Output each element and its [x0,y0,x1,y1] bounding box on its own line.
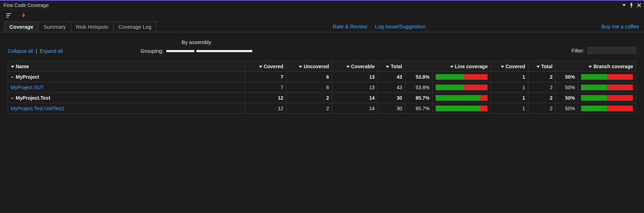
coverage-bar-covered [436,106,480,111]
col-coverable-label: Coverable [351,64,375,69]
branch-pct-cell: 50% [556,82,578,93]
coverage-bar [581,84,633,91]
branch-bar-cell [578,93,636,103]
grouping-mode-label: By assembly [140,39,252,45]
header-row: Name Covered Uncovered Coverable Total L… [8,61,636,72]
branch-covered-cell: 1 [491,93,528,103]
assembly-name: MyProject [16,74,39,80]
total-cell: 43 [378,82,405,93]
coverage-bar-uncovered [464,85,487,90]
coverage-bar [435,84,487,91]
col-name[interactable]: Name [8,61,245,72]
close-icon[interactable] [637,3,641,7]
coverage-bar-uncovered [480,95,487,101]
branch-covered-cell: 1 [491,82,528,93]
log-issue-link[interactable]: Log Issue/Suggestion [375,23,425,29]
col-branch-total[interactable]: Total [528,61,555,72]
coverage-bar-covered [581,95,607,101]
branch-covered-cell: 1 [491,72,528,82]
uncovered-cell: 6 [286,82,332,93]
col-total[interactable]: Total [378,61,405,72]
col-total-label: Total [391,64,402,69]
expand-collapse-controls: Collapse all | Expand all [8,40,140,54]
tab-coverage-log[interactable]: Coverage Log [114,22,156,31]
grouping-label: Grouping: [140,48,164,54]
filter-input[interactable] [587,47,636,54]
branch-pct-cell: 50% [556,103,578,114]
slider-track-left[interactable] [166,50,194,52]
line-pct-cell: 85.7% [405,93,432,103]
coverage-bar-uncovered [607,74,633,80]
line-pct-cell: 53.8% [405,82,432,93]
covered-cell: 12 [245,103,286,114]
window-options-dropdown-icon[interactable] [622,4,626,6]
assembly-name: MyProject.Test [16,95,50,101]
branch-total-cell: 2 [528,82,555,93]
slider-track-right[interactable] [196,50,252,52]
tab-summary[interactable]: Summary [38,22,71,31]
col-branch-total-label: Total [541,64,552,69]
coverage-bar [581,74,633,80]
right-link: Buy me a coffee [601,23,639,29]
coverage-tool-icon[interactable] [6,12,13,19]
sort-icon [299,66,302,68]
coverage-bar-covered [436,74,463,80]
svg-rect-0 [6,13,11,14]
col-branch-covered-label: Covered [506,64,525,69]
coverage-bar [581,95,633,101]
tab-risk-hotspots[interactable]: Risk Hotspots [71,22,114,31]
coverage-bar-covered [581,106,607,111]
branch-pct-cell: 50% [556,93,578,103]
coverage-bar [581,105,633,112]
tab-coverage[interactable]: Coverage [5,22,38,31]
col-name-label: Name [16,64,29,69]
rate-review-link[interactable]: Rate & Review [333,23,367,29]
col-branch-covered[interactable]: Covered [491,61,528,72]
branch-pct-cell: 50% [556,72,578,82]
window-title-bar: Fine Code Coverage [0,1,644,10]
collapse-all-link[interactable]: Collapse all [8,48,33,54]
col-uncovered[interactable]: Uncovered [286,61,332,72]
coverable-cell: 14 [332,103,378,114]
class-link[interactable]: MyProject.Test.UnitTest1 [11,106,65,111]
covered-cell: 12 [245,93,286,103]
tab-row: CoverageSummaryRisk HotspotsCoverage Log… [0,21,644,32]
col-coverable[interactable]: Coverable [332,61,378,72]
svg-rect-1 [6,15,10,16]
sort-icon [386,66,389,68]
pin-icon[interactable] [629,3,634,8]
col-branch-coverage[interactable]: Branch coverage [556,61,636,72]
line-pct-cell: 85.7% [405,103,432,114]
col-covered[interactable]: Covered [245,61,286,72]
coverage-bar-covered [581,74,607,80]
coverable-cell: 14 [332,93,378,103]
controls-row: Collapse all | Expand all By assembly Gr… [8,38,636,54]
branch-total-cell: 2 [528,72,555,82]
filter-label: Filter: [572,48,585,54]
collapse-icon[interactable]: – [11,95,16,101]
total-cell: 30 [378,93,405,103]
coverage-bar-uncovered [607,85,633,90]
flame-icon[interactable] [20,12,27,19]
content-area: Collapse all | Expand all By assembly Gr… [0,32,644,119]
sort-icon [536,66,540,68]
line-bar-cell [433,93,491,103]
toolbar [0,10,644,21]
collapse-icon[interactable]: – [11,74,16,80]
covered-cell: 7 [245,72,286,82]
branch-bar-cell [578,82,636,93]
total-cell: 30 [378,103,405,114]
expand-all-link[interactable]: Expand all [40,48,63,54]
col-uncovered-label: Uncovered [304,64,329,69]
coverage-bar [435,105,487,112]
col-line-coverage[interactable]: Line coverage [405,61,491,72]
coverage-table: Name Covered Uncovered Coverable Total L… [8,61,636,114]
line-bar-cell [433,82,491,93]
class-link[interactable]: MyProject.SUT [11,85,44,90]
buy-coffee-link[interactable]: Buy me a coffee [601,23,639,29]
line-pct-cell: 53.8% [405,72,432,82]
window-buttons [622,3,642,8]
grouping-slider[interactable] [166,50,252,52]
coverage-bar-uncovered [464,74,487,80]
name-cell: –MyProject.Test [8,93,245,103]
